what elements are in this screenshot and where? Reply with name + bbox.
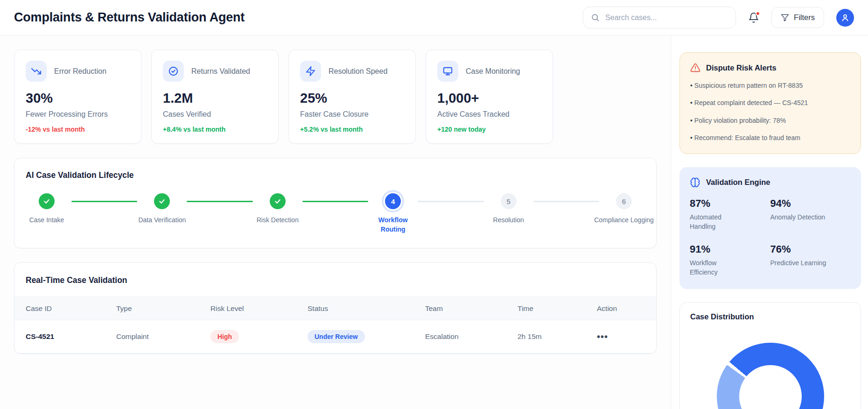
bolt-icon [300, 61, 321, 82]
stat-value: 1,000+ [437, 91, 541, 106]
step-check-icon [270, 193, 286, 209]
metric-anomaly-detection: 94% Anomaly Detection [770, 197, 851, 232]
step-check-icon [39, 193, 55, 209]
alert-item: Suspicious return pattern on RT-8835 [690, 81, 850, 90]
step-risk-detection[interactable]: Risk Detection [257, 193, 299, 225]
table-header-row: Case ID Type Risk Level Status Team Time… [14, 296, 656, 320]
case-validation-panel: Real-Time Case Validation Case ID Type R… [14, 262, 657, 354]
stat-delta: +120 new today [437, 126, 541, 133]
stat-value: 25% [300, 91, 404, 106]
table-row[interactable]: CS-4521 Complaint High Under Review Esca… [14, 320, 656, 353]
lifecycle-stepper: Case Intake Data Verification [26, 193, 645, 234]
stat-value: 1.2M [163, 91, 267, 106]
step-connector [302, 201, 368, 202]
search-icon [591, 13, 600, 22]
warning-triangle-icon [690, 63, 700, 73]
step-label: Case Intake [20, 216, 73, 225]
metric-value: 91% [690, 243, 770, 255]
stat-card-resolution-speed: Resolution Speed 25% Faster Case Closure… [288, 49, 416, 144]
column-header: Case ID [26, 304, 116, 313]
alert-item: Recommend: Escalate to fraud team [690, 133, 850, 142]
metric-label: Anomaly Detection [770, 212, 851, 222]
filters-button[interactable]: Filters [771, 7, 824, 28]
metric-predictive-learning: 76% Predictive Learning [770, 243, 851, 277]
row-actions-button[interactable]: ••• [597, 332, 608, 341]
filter-icon [781, 14, 789, 22]
column-header: Type [116, 304, 210, 313]
step-connector [533, 201, 599, 202]
metric-automated-handling: 87% Automated Handling [690, 197, 770, 232]
dispute-risk-alerts-card: Dispute Risk Alerts Suspicious return pa… [679, 52, 861, 154]
step-resolution[interactable]: 5 Resolution [488, 193, 530, 225]
cell-time: 2h 15m [518, 332, 597, 341]
step-label: Data Verification [135, 216, 189, 225]
metric-label: Automated Handling [690, 212, 738, 232]
search-input[interactable] [605, 14, 728, 22]
stat-label: Case Monitoring [466, 67, 520, 76]
stat-label: Returns Validated [191, 67, 250, 76]
step-data-verification[interactable]: Data Verification [141, 193, 183, 225]
engine-metrics-grid: 87% Automated Handling 94% Anomaly Detec… [690, 197, 851, 277]
step-check-icon [154, 193, 170, 209]
column-header: Team [425, 304, 518, 313]
notifications-button[interactable] [748, 12, 759, 23]
monitor-icon [437, 61, 458, 82]
cell-case-id: CS-4521 [26, 332, 116, 341]
stat-value: 30% [26, 91, 130, 106]
stat-card-row: Error Reduction 30% Fewer Processing Err… [14, 49, 657, 144]
app-root: Complaints & Returns Validation Agent Fi… [0, 0, 868, 409]
step-connector [71, 201, 137, 202]
metric-value: 87% [690, 197, 770, 210]
engine-title: Validation Engine [706, 178, 770, 187]
lifecycle-title: AI Case Validation Lifecycle [26, 170, 645, 180]
status-badge: Under Review [308, 330, 365, 343]
step-workflow-routing[interactable]: 4 Workflow Routing [372, 193, 414, 234]
step-compliance-logging[interactable]: 6 Compliance Logging [603, 193, 645, 225]
metric-label: Predictive Learning [770, 258, 851, 268]
metric-value: 94% [770, 197, 851, 210]
right-sidebar: Dispute Risk Alerts Suspicious return pa… [671, 35, 868, 409]
cell-team: Escalation [425, 332, 518, 341]
step-label: Compliance Logging [587, 216, 661, 225]
alert-item: Repeat complaint detected — CS-4521 [690, 98, 850, 107]
step-connector [187, 201, 252, 202]
column-header: Time [518, 304, 597, 313]
search-box[interactable] [583, 7, 736, 28]
alerts-title: Dispute Risk Alerts [706, 63, 777, 72]
risk-badge: High [210, 330, 239, 343]
brain-icon [690, 177, 700, 188]
step-number: 5 [501, 193, 517, 209]
distribution-title: Case Distribution [690, 312, 754, 321]
stat-card-returns-validated: Returns Validated 1.2M Cases Verified +8… [151, 49, 279, 144]
stat-delta: +8.4% vs last month [163, 126, 267, 133]
column-header: Risk Level [210, 304, 308, 313]
step-label: Workflow Routing [366, 216, 420, 234]
column-header: Status [308, 304, 425, 313]
step-number: 4 [385, 193, 401, 209]
step-connector [418, 201, 483, 202]
page-title: Complaints & Returns Validation Agent [14, 10, 245, 25]
step-number: 6 [616, 193, 632, 209]
table-title: Real-Time Case Validation [14, 263, 656, 296]
stat-subtitle: Active Cases Tracked [437, 110, 541, 119]
lifecycle-panel: AI Case Validation Lifecycle Case Intake [14, 158, 657, 248]
stat-card-error-reduction: Error Reduction 30% Fewer Processing Err… [14, 49, 141, 144]
metric-workflow-efficiency: 91% Workflow Efficiency [690, 243, 770, 277]
stat-card-case-monitoring: Case Monitoring 1,000+ Active Cases Trac… [426, 49, 553, 144]
stat-subtitle: Faster Case Closure [300, 110, 404, 119]
stat-delta: +5.2% vs last month [300, 126, 404, 133]
column-header: Action [597, 304, 656, 313]
cell-type: Complaint [116, 332, 210, 341]
alert-item: Policy violation probability: 78% [690, 116, 850, 125]
topbar-actions: Filters [583, 7, 854, 28]
stat-label: Resolution Speed [329, 67, 387, 76]
main-area: Error Reduction 30% Fewer Processing Err… [0, 35, 868, 409]
user-avatar-button[interactable] [836, 9, 854, 27]
filters-label: Filters [794, 13, 815, 22]
top-bar: Complaints & Returns Validation Agent Fi… [0, 0, 868, 35]
notification-dot [756, 11, 760, 16]
stat-label: Error Reduction [54, 67, 106, 76]
metric-value: 76% [770, 243, 851, 255]
step-case-intake[interactable]: Case Intake [26, 193, 68, 225]
step-label: Resolution [482, 216, 535, 225]
